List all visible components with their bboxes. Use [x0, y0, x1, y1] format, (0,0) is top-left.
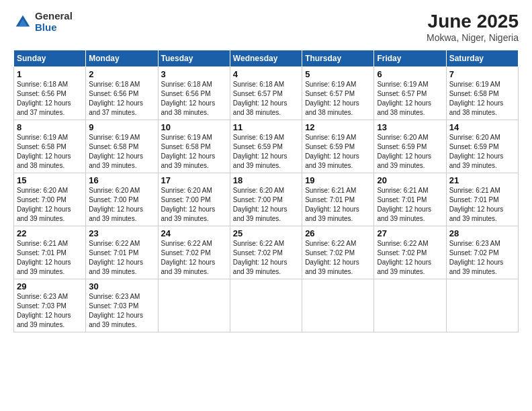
day-info: Sunrise: 6:22 AMSunset: 7:02 PMDaylight:… [233, 240, 287, 275]
day-number: 13 [377, 122, 443, 132]
day-number: 26 [305, 228, 371, 238]
day-info: Sunrise: 6:19 AMSunset: 6:58 PMDaylight:… [17, 134, 71, 169]
col-thursday: Thursday [302, 50, 374, 67]
col-wednesday: Wednesday [230, 50, 302, 67]
day-number: 27 [377, 228, 443, 238]
calendar-cell: 20 Sunrise: 6:21 AMSunset: 7:01 PMDaylig… [374, 173, 446, 226]
day-number: 7 [449, 69, 515, 79]
day-info: Sunrise: 6:20 AMSunset: 7:00 PMDaylight:… [89, 187, 143, 222]
day-info: Sunrise: 6:20 AMSunset: 7:00 PMDaylight:… [17, 187, 71, 222]
day-info: Sunrise: 6:18 AMSunset: 6:57 PMDaylight:… [233, 81, 287, 116]
col-sunday: Sunday [14, 50, 86, 67]
calendar-cell [302, 279, 374, 332]
day-info: Sunrise: 6:18 AMSunset: 6:56 PMDaylight:… [89, 81, 143, 116]
logo: General Blue [13, 11, 73, 33]
calendar-cell: 12 Sunrise: 6:19 AMSunset: 6:59 PMDaylig… [302, 120, 374, 173]
calendar-cell: 8 Sunrise: 6:19 AMSunset: 6:58 PMDayligh… [14, 120, 86, 173]
week-row-3: 15 Sunrise: 6:20 AMSunset: 7:00 PMDaylig… [14, 173, 519, 226]
calendar-cell: 26 Sunrise: 6:22 AMSunset: 7:02 PMDaylig… [302, 226, 374, 279]
calendar-cell [374, 279, 446, 332]
calendar-cell: 2 Sunrise: 6:18 AMSunset: 6:56 PMDayligh… [86, 67, 158, 120]
calendar-cell: 13 Sunrise: 6:20 AMSunset: 6:59 PMDaylig… [374, 120, 446, 173]
calendar-cell: 18 Sunrise: 6:20 AMSunset: 7:00 PMDaylig… [230, 173, 302, 226]
calendar-cell: 1 Sunrise: 6:18 AMSunset: 6:56 PMDayligh… [14, 67, 86, 120]
day-number: 9 [89, 122, 154, 132]
title-block: June 2025 Mokwa, Niger, Nigeria [427, 11, 519, 43]
calendar-cell: 15 Sunrise: 6:20 AMSunset: 7:00 PMDaylig… [14, 173, 86, 226]
day-number: 19 [305, 175, 371, 185]
calendar-cell [158, 279, 230, 332]
col-monday: Monday [86, 50, 158, 67]
col-saturday: Saturday [446, 50, 518, 67]
day-number: 4 [233, 69, 299, 79]
day-info: Sunrise: 6:18 AMSunset: 6:56 PMDaylight:… [17, 81, 71, 116]
calendar-header-row: Sunday Monday Tuesday Wednesday Thursday… [14, 50, 519, 67]
day-info: Sunrise: 6:19 AMSunset: 6:57 PMDaylight:… [377, 81, 431, 116]
day-info: Sunrise: 6:21 AMSunset: 7:01 PMDaylight:… [305, 187, 359, 222]
calendar-table: Sunday Monday Tuesday Wednesday Thursday… [13, 50, 519, 332]
calendar-cell: 14 Sunrise: 6:20 AMSunset: 6:59 PMDaylig… [446, 120, 518, 173]
day-info: Sunrise: 6:22 AMSunset: 7:02 PMDaylight:… [377, 240, 431, 275]
week-row-1: 1 Sunrise: 6:18 AMSunset: 6:56 PMDayligh… [14, 67, 519, 120]
calendar-cell: 25 Sunrise: 6:22 AMSunset: 7:02 PMDaylig… [230, 226, 302, 279]
calendar-cell: 4 Sunrise: 6:18 AMSunset: 6:57 PMDayligh… [230, 67, 302, 120]
col-tuesday: Tuesday [158, 50, 230, 67]
day-number: 11 [233, 122, 299, 132]
calendar-cell: 16 Sunrise: 6:20 AMSunset: 7:00 PMDaylig… [86, 173, 158, 226]
day-info: Sunrise: 6:22 AMSunset: 7:01 PMDaylight:… [89, 240, 143, 275]
day-info: Sunrise: 6:20 AMSunset: 6:59 PMDaylight:… [377, 134, 431, 169]
day-number: 20 [377, 175, 443, 185]
day-info: Sunrise: 6:19 AMSunset: 6:59 PMDaylight:… [233, 134, 287, 169]
week-row-4: 22 Sunrise: 6:21 AMSunset: 7:01 PMDaylig… [14, 226, 519, 279]
calendar-cell: 22 Sunrise: 6:21 AMSunset: 7:01 PMDaylig… [14, 226, 86, 279]
day-number: 12 [305, 122, 371, 132]
day-number: 22 [17, 228, 83, 238]
logo-general: General [35, 11, 73, 22]
day-number: 10 [161, 122, 227, 132]
calendar-cell: 21 Sunrise: 6:21 AMSunset: 7:01 PMDaylig… [446, 173, 518, 226]
day-number: 1 [17, 69, 83, 79]
day-number: 16 [89, 175, 154, 185]
calendar-cell: 17 Sunrise: 6:20 AMSunset: 7:00 PMDaylig… [158, 173, 230, 226]
page: General Blue June 2025 Mokwa, Niger, Nig… [0, 0, 532, 411]
week-row-2: 8 Sunrise: 6:19 AMSunset: 6:58 PMDayligh… [14, 120, 519, 173]
day-number: 24 [161, 228, 227, 238]
day-info: Sunrise: 6:20 AMSunset: 6:59 PMDaylight:… [449, 134, 504, 169]
calendar-cell [446, 279, 518, 332]
day-number: 18 [233, 175, 299, 185]
calendar-cell: 3 Sunrise: 6:18 AMSunset: 6:56 PMDayligh… [158, 67, 230, 120]
logo-text: General Blue [35, 11, 73, 33]
day-info: Sunrise: 6:21 AMSunset: 7:01 PMDaylight:… [17, 240, 71, 275]
day-number: 14 [449, 122, 515, 132]
day-number: 6 [377, 69, 443, 79]
day-info: Sunrise: 6:22 AMSunset: 7:02 PMDaylight:… [161, 240, 216, 275]
week-row-5: 29 Sunrise: 6:23 AMSunset: 7:03 PMDaylig… [14, 279, 519, 332]
subtitle: Mokwa, Niger, Nigeria [427, 32, 519, 43]
day-info: Sunrise: 6:20 AMSunset: 7:00 PMDaylight:… [233, 187, 287, 222]
day-info: Sunrise: 6:23 AMSunset: 7:03 PMDaylight:… [17, 293, 71, 328]
calendar-cell: 10 Sunrise: 6:19 AMSunset: 6:58 PMDaylig… [158, 120, 230, 173]
day-number: 25 [233, 228, 299, 238]
calendar-cell: 30 Sunrise: 6:23 AMSunset: 7:03 PMDaylig… [86, 279, 158, 332]
day-info: Sunrise: 6:20 AMSunset: 7:00 PMDaylight:… [161, 187, 216, 222]
day-number: 28 [449, 228, 515, 238]
calendar-cell [230, 279, 302, 332]
day-number: 17 [161, 175, 227, 185]
col-friday: Friday [374, 50, 446, 67]
calendar-cell: 6 Sunrise: 6:19 AMSunset: 6:57 PMDayligh… [374, 67, 446, 120]
calendar-cell: 24 Sunrise: 6:22 AMSunset: 7:02 PMDaylig… [158, 226, 230, 279]
calendar-cell: 5 Sunrise: 6:19 AMSunset: 6:57 PMDayligh… [302, 67, 374, 120]
calendar-cell: 23 Sunrise: 6:22 AMSunset: 7:01 PMDaylig… [86, 226, 158, 279]
day-info: Sunrise: 6:23 AMSunset: 7:02 PMDaylight:… [449, 240, 504, 275]
calendar-cell: 11 Sunrise: 6:19 AMSunset: 6:59 PMDaylig… [230, 120, 302, 173]
day-number: 21 [449, 175, 515, 185]
day-number: 23 [89, 228, 154, 238]
day-number: 29 [17, 281, 83, 291]
calendar-cell: 19 Sunrise: 6:21 AMSunset: 7:01 PMDaylig… [302, 173, 374, 226]
day-number: 30 [89, 281, 154, 291]
day-info: Sunrise: 6:21 AMSunset: 7:01 PMDaylight:… [377, 187, 431, 222]
day-info: Sunrise: 6:19 AMSunset: 6:58 PMDaylight:… [161, 134, 216, 169]
calendar-cell: 7 Sunrise: 6:19 AMSunset: 6:58 PMDayligh… [446, 67, 518, 120]
day-info: Sunrise: 6:23 AMSunset: 7:03 PMDaylight:… [89, 293, 143, 328]
header: General Blue June 2025 Mokwa, Niger, Nig… [13, 11, 519, 43]
